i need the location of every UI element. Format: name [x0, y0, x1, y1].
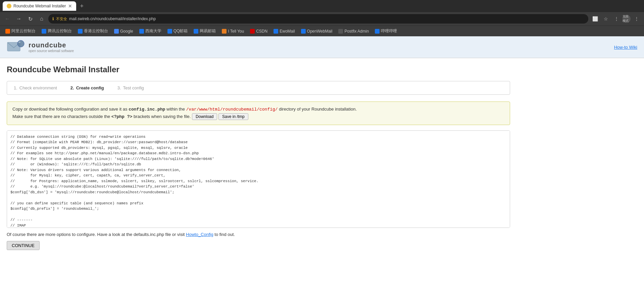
php-tag: <?php ?>	[111, 114, 132, 119]
bookmark-bibi-label: 哔哩哔哩	[381, 28, 397, 34]
footer-text-start: Of course there are more options to conf…	[7, 232, 186, 237]
browser-action-buttons: ⬜ ☆ ⋮ 无痕模式 ⋮	[590, 14, 641, 24]
step-2-num: 2.	[70, 85, 74, 90]
footer-text: Of course there are more options to conf…	[7, 232, 510, 237]
bibi-icon	[375, 29, 380, 34]
config-code-area[interactable]: // Database connection string (DSN) for …	[7, 130, 510, 228]
footer-text-end: to find out.	[213, 232, 235, 237]
hk-icon	[78, 29, 83, 34]
logo-area: roundcube open source webmail software	[7, 40, 74, 54]
163-icon	[194, 29, 198, 34]
download-button[interactable]: Download	[192, 113, 217, 120]
bookmark-tencent[interactable]: 腾讯云控制台	[39, 28, 75, 35]
bookmark-bibi[interactable]: 哔哩哔哩	[372, 28, 400, 35]
security-icon: ℹ	[52, 16, 54, 21]
tab-close-button[interactable]: ✕	[68, 3, 72, 9]
bookmark-tencent-label: 腾讯云控制台	[48, 28, 72, 34]
home-button[interactable]: ⌂	[37, 14, 46, 24]
translate-button[interactable]: ⬜	[590, 14, 600, 24]
logo-icon	[7, 40, 25, 54]
google-icon	[114, 29, 119, 34]
postfix-icon	[338, 29, 343, 34]
logo-subtext: open source webmail software	[29, 49, 74, 53]
info-line-1: Copy or download the following configura…	[12, 106, 504, 113]
howto-wiki-link[interactable]: How-to Wiki	[614, 45, 637, 50]
bookmarks-bar: 阿里云控制台 腾讯云控制台 香港云控制台 Google 西南大学 QQ邮箱 网易…	[0, 26, 644, 36]
page-title: Roundcube Webmail Installer	[7, 65, 510, 74]
tencent-icon	[42, 29, 46, 34]
csdn-icon	[250, 29, 255, 34]
forward-button[interactable]: →	[14, 14, 23, 24]
step-3-label: Test config	[123, 85, 144, 90]
save-tmp-button[interactable]: Save in /tmp	[218, 113, 248, 120]
bookmark-qqmail-label: QQ邮箱	[174, 28, 188, 34]
page-content: roundcube open source webmail software H…	[0, 36, 644, 284]
bookmark-postfix[interactable]: Postfix Admin	[336, 28, 371, 34]
step-3-num: 3.	[117, 85, 121, 90]
url-display: mail.swireb.cn/roundcubemail/installer/i…	[69, 16, 584, 21]
info-line2-end: brackets when saving the file.	[132, 114, 191, 119]
ewomail-icon	[274, 29, 278, 34]
bookmark-163[interactable]: 网易邮箱	[191, 28, 218, 35]
browser-tab-bar: Roundcube Webmail Installer ✕ +	[0, 0, 644, 12]
step-1: 1. Check environment	[14, 85, 57, 90]
bookmark-qqmail[interactable]: QQ邮箱	[165, 28, 191, 35]
bookmark-csdn[interactable]: CSDN	[247, 28, 270, 34]
site-header: roundcube open source webmail software H…	[0, 36, 644, 58]
security-label: 不安全	[56, 16, 67, 22]
tab-favicon	[7, 4, 11, 8]
bookmark-ewomail[interactable]: EwoMail	[271, 28, 297, 34]
info-line1-start: Copy or download the following configura…	[12, 107, 129, 112]
info-line-2: Make sure that there are no characters o…	[12, 113, 504, 121]
bookmark-ewomail-label: EwoMail	[280, 29, 295, 34]
info-box: Copy or download the following configura…	[7, 102, 510, 125]
logo-text: roundcube	[29, 41, 74, 49]
bookmark-hk-label: 香港云控制台	[84, 28, 108, 34]
bookmark-button[interactable]: ☆	[601, 14, 610, 24]
info-line2-start: Make sure that there are no characters o…	[12, 114, 111, 119]
new-tab-button[interactable]: +	[78, 3, 87, 10]
reload-button[interactable]: ↻	[26, 14, 35, 24]
qqmail-icon	[167, 29, 172, 34]
active-tab[interactable]: Roundcube Webmail Installer ✕	[3, 1, 76, 11]
browser-toolbar: ← → ↻ ⌂ ℹ 不安全 mail.swireb.cn/roundcubema…	[0, 12, 644, 26]
step-1-label: Check environment	[19, 85, 57, 90]
bookmark-openwebmail-label: OpenWebMail	[307, 29, 333, 34]
bookmark-xnda[interactable]: 西南大学	[137, 28, 164, 35]
bookmark-itellyou[interactable]: I Tell You	[219, 28, 247, 34]
bookmark-postfix-label: Postfix Admin	[344, 29, 369, 34]
extensions-button[interactable]: ⋮	[612, 14, 621, 24]
step-1-num: 1.	[14, 85, 17, 90]
openwebmail-icon	[301, 29, 306, 34]
config-path: /var/www/html/roundcubemail/config/	[186, 107, 278, 112]
info-line1-end: directory of your Roundcube installation…	[278, 107, 357, 112]
aliyun-icon	[5, 29, 10, 34]
step-3: 3. Test config	[117, 85, 144, 90]
step-2-label: Create config	[76, 85, 104, 90]
bookmark-itellyou-label: I Tell You	[228, 29, 244, 34]
howto-config-link[interactable]: Howto_Config	[186, 232, 213, 237]
bookmark-google[interactable]: Google	[111, 28, 136, 34]
continue-button[interactable]: CONTINUE	[7, 241, 40, 250]
address-bar[interactable]: ℹ 不安全 mail.swireb.cn/roundcubemail/insta…	[48, 14, 588, 24]
user-avatar[interactable]: 无痕模式	[623, 15, 631, 23]
user-label: 无痕模式	[623, 14, 631, 23]
step-2: 2. Create config	[70, 85, 104, 90]
info-line1-mid: within the	[165, 107, 186, 112]
bookmark-openwebmail[interactable]: OpenWebMail	[298, 28, 335, 34]
itellyou-icon	[222, 29, 227, 34]
xnda-icon	[139, 29, 144, 34]
menu-button[interactable]: ⋮	[632, 14, 641, 24]
bookmark-google-label: Google	[120, 29, 133, 34]
bookmark-aliyun[interactable]: 阿里云控制台	[3, 28, 38, 35]
bookmark-hk[interactable]: 香港云控制台	[75, 28, 111, 35]
config-filename: config.inc.php	[129, 107, 165, 112]
bookmark-csdn-label: CSDN	[256, 29, 267, 34]
bookmark-aliyun-label: 阿里云控制台	[11, 28, 36, 34]
tab-title: Roundcube Webmail Installer	[13, 4, 66, 8]
bookmark-163-label: 网易邮箱	[200, 28, 216, 34]
back-button[interactable]: ←	[3, 14, 12, 24]
main-content: Roundcube Webmail Installer 1. Check env…	[0, 58, 517, 257]
steps-navigation: 1. Check environment 2. Create config 3.…	[7, 81, 510, 95]
bookmark-xnda-label: 西南大学	[145, 28, 161, 34]
